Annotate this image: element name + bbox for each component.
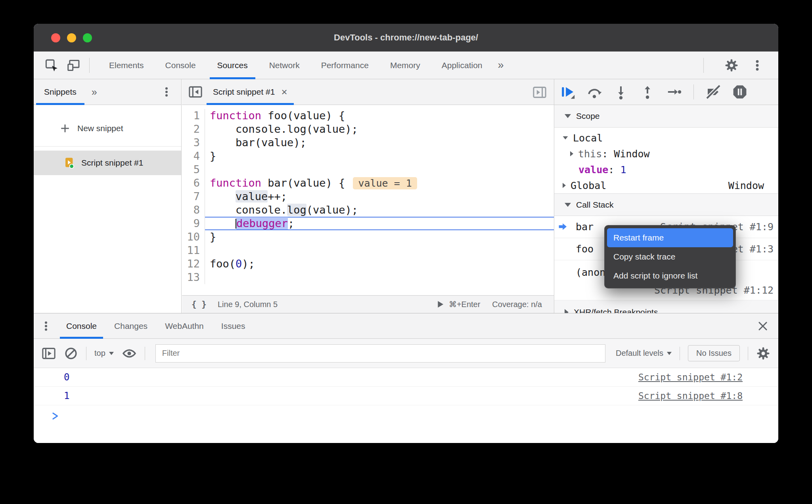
close-drawer-icon[interactable] <box>757 320 769 332</box>
panel-tab[interactable]: Memory <box>379 52 431 79</box>
console-toolbar: top Default levels No Issues <box>34 339 778 368</box>
inspect-element-icon[interactable] <box>45 59 58 72</box>
code-line[interactable]: 4} <box>182 149 554 163</box>
line-content: foo(0); <box>205 257 554 271</box>
call-stack-section-header[interactable]: Call Stack <box>554 193 778 216</box>
console-message-source-link[interactable]: Script snippet #1:8 <box>638 391 743 401</box>
scope-local-row[interactable]: Local <box>554 130 778 146</box>
line-number[interactable]: 10 <box>182 230 205 244</box>
scope-this-row[interactable]: this: Window <box>554 146 778 162</box>
run-snippet-control[interactable]: ⌘+Enter <box>436 300 480 309</box>
step-out-icon[interactable] <box>640 84 655 100</box>
line-number[interactable]: 6 <box>182 176 205 190</box>
code-line[interactable]: 8 console.log(value); <box>182 203 554 217</box>
line-number[interactable]: 13 <box>182 271 205 284</box>
javascript-context-dropdown[interactable]: top <box>94 349 114 358</box>
console-message-source-link[interactable]: Script snippet #1:2 <box>638 372 743 382</box>
step-over-icon[interactable] <box>586 84 602 100</box>
line-number[interactable]: 5 <box>182 163 205 176</box>
hide-navigator-icon[interactable] <box>188 85 203 99</box>
editor-tab-strip: Script snippet #1 × <box>182 79 554 105</box>
code-line[interactable]: 6function bar(value) {value = 1 <box>182 176 554 190</box>
code-line[interactable]: 9 debugger; <box>182 217 554 230</box>
panel-tab[interactable]: Elements <box>98 52 155 79</box>
line-number[interactable]: 1 <box>182 109 205 122</box>
console-filter-input[interactable] <box>155 344 605 363</box>
more-navigator-tabs-chevron-icon[interactable]: » <box>92 86 97 98</box>
code-line[interactable]: 2 console.log(value); <box>182 122 554 136</box>
panel-tab[interactable]: Application <box>431 52 493 79</box>
settings-gear-icon[interactable] <box>724 58 739 73</box>
code-line[interactable]: 10} <box>182 230 554 244</box>
line-number[interactable]: 4 <box>182 149 205 163</box>
desktop-background: DevTools - chrome://new-tab-page/ Elemen… <box>0 0 812 504</box>
panel-tab[interactable]: Performance <box>310 52 379 79</box>
editor-file-tab[interactable]: Script snippet #1 × <box>205 79 295 105</box>
chevron-right-icon <box>565 309 569 313</box>
live-expression-eye-icon[interactable] <box>122 346 137 361</box>
snippet-list-item-selected[interactable]: Script snippet #1 <box>34 151 181 175</box>
show-debugger-sidebar-icon[interactable] <box>532 85 547 99</box>
panel-tab[interactable]: Sources <box>207 52 259 79</box>
code-line[interactable]: 11 <box>182 244 554 257</box>
code-line[interactable]: 3 bar(value); <box>182 136 554 149</box>
line-number[interactable]: 8 <box>182 203 205 217</box>
line-number[interactable]: 2 <box>182 122 205 136</box>
panel-tab[interactable]: Console <box>155 52 207 79</box>
line-number[interactable]: 7 <box>182 190 205 203</box>
pause-on-exceptions-icon[interactable] <box>732 84 748 100</box>
device-toolbar-icon[interactable] <box>67 59 80 72</box>
panel-tab[interactable]: Network <box>259 52 310 79</box>
drawer-tab[interactable]: WebAuthn <box>156 313 213 339</box>
xhr-breakpoints-section-header[interactable]: XHR/fetch Breakpoints <box>554 300 778 313</box>
pretty-print-icon[interactable]: { } <box>192 300 207 309</box>
drawer-tab[interactable]: Console <box>57 313 105 339</box>
scope-section-header[interactable]: Scope <box>554 105 778 128</box>
chevron-down-icon <box>563 136 568 139</box>
run-shortcut-label: ⌘+Enter <box>449 300 480 309</box>
close-file-tab-icon[interactable]: × <box>281 87 287 97</box>
minimize-window-button[interactable] <box>67 33 76 42</box>
panel-tab-label: Network <box>269 61 300 70</box>
value-property: value: 1 <box>578 164 626 176</box>
scope-value-row[interactable]: value: 1 <box>554 162 778 178</box>
line-number[interactable]: 11 <box>182 244 205 257</box>
code-line[interactable]: 12foo(0); <box>182 257 554 271</box>
clear-console-icon[interactable] <box>64 346 78 361</box>
code-line[interactable]: 1function foo(value) { <box>182 109 554 122</box>
line-number[interactable]: 9 <box>182 217 205 230</box>
snippet-name-label: Script snippet #1 <box>81 158 143 168</box>
drawer-menu-dots-icon[interactable] <box>40 320 52 332</box>
console-prompt[interactable] <box>34 405 778 427</box>
deactivate-breakpoints-icon[interactable] <box>705 84 721 100</box>
line-number[interactable]: 12 <box>182 257 205 271</box>
navigator-menu-dots-icon[interactable] <box>161 86 172 98</box>
step-into-icon[interactable] <box>613 84 629 100</box>
fullscreen-window-button[interactable] <box>83 33 92 42</box>
line-number[interactable]: 3 <box>182 136 205 149</box>
code-line[interactable]: 7 value++; <box>182 190 554 203</box>
drawer-tab[interactable]: Changes <box>105 313 156 339</box>
main-menu-dots-icon[interactable] <box>751 59 764 72</box>
chevron-down-icon <box>109 352 114 355</box>
new-snippet-button[interactable]: New snippet <box>34 117 181 140</box>
tab-snippets[interactable]: Snippets <box>34 79 87 105</box>
context-menu-item[interactable]: Add script to ignore list <box>607 266 733 285</box>
code-editor[interactable]: 1function foo(value) {2 console.log(valu… <box>182 105 554 295</box>
resume-script-icon[interactable] <box>560 84 576 100</box>
close-window-button[interactable] <box>51 33 60 42</box>
drawer-tab[interactable]: Issues <box>213 313 254 339</box>
panel-tab-label: Application <box>442 61 483 70</box>
context-menu-item[interactable]: Restart frame <box>607 228 733 247</box>
console-settings-gear-icon[interactable] <box>756 346 770 361</box>
show-console-sidebar-icon[interactable] <box>42 346 56 361</box>
debugger-toolbar <box>554 79 778 105</box>
code-line[interactable]: 5 <box>182 163 554 176</box>
step-icon[interactable] <box>666 84 682 100</box>
log-levels-dropdown[interactable]: Default levels <box>616 349 672 358</box>
more-panels-chevron-icon[interactable]: » <box>498 59 504 71</box>
context-menu-item[interactable]: Copy stack trace <box>607 247 733 266</box>
code-line[interactable]: 13 <box>182 271 554 284</box>
no-issues-button[interactable]: No Issues <box>688 345 740 361</box>
scope-global-row[interactable]: Global Window <box>554 178 778 193</box>
